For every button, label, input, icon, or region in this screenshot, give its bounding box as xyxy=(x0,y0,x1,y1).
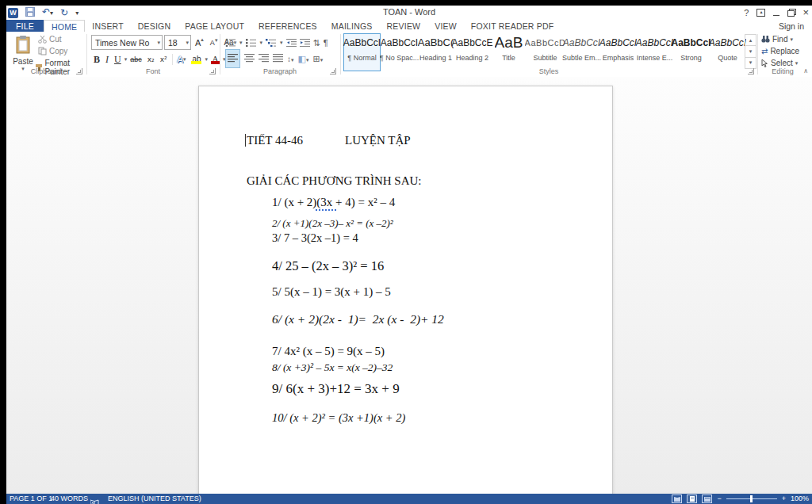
cut-button[interactable]: Cut xyxy=(38,35,62,44)
tab-foxit-reader-pdf[interactable]: FOXIT READER PDF xyxy=(464,20,561,32)
scissors-icon xyxy=(38,35,47,44)
style-heading-2[interactable]: AaBbCcEHeading 2 xyxy=(454,33,490,71)
zoom-slider-thumb[interactable] xyxy=(750,495,753,502)
bullets-icon[interactable] xyxy=(225,36,236,50)
bullets-dropdown-icon[interactable]: ▾ xyxy=(239,40,243,46)
zoom-level[interactable]: 100% xyxy=(791,494,809,504)
copy-button[interactable]: Copy xyxy=(38,47,67,55)
style-subtitle[interactable]: AaBbCcDSubtitle xyxy=(527,33,563,71)
line-spacing-icon[interactable]: ↕▾ xyxy=(287,55,294,63)
replace-button[interactable]: ⇄ Replace xyxy=(761,47,799,55)
word-window: W ↶▾ ↻ ▾ TOAN - Word ? ▴ × FILE HOME INS… xyxy=(6,6,812,504)
style-subtle-emphasis[interactable]: AaBbCcISubtle Em... xyxy=(564,33,599,71)
equation-1[interactable]: 1/ (x + 2)(3x + 4) = x² – 4 xyxy=(272,196,395,209)
paragraph-dialog-launcher[interactable] xyxy=(330,68,336,74)
sign-in-link[interactable]: Sign in xyxy=(779,21,804,31)
zoom-out-icon[interactable]: − xyxy=(717,494,721,504)
minimize-icon[interactable] xyxy=(773,9,779,16)
document-subheading[interactable]: GIẢI CÁC PHƯƠNG TRÌNH SAU: xyxy=(247,174,422,188)
collapse-ribbon-icon[interactable]: ∧ xyxy=(803,67,808,74)
style-quote[interactable]: AaBbCcIQuote xyxy=(710,33,745,71)
style-intense-emphasis[interactable]: AaBbCcIIntense E... xyxy=(637,33,672,71)
font-family-select[interactable]: Times New Ro ▾ xyxy=(91,35,163,50)
bold-button[interactable]: B xyxy=(91,52,102,67)
increase-indent-icon[interactable] xyxy=(300,36,310,50)
restore-icon[interactable] xyxy=(787,10,795,17)
equation-7[interactable]: 7/ 4x² (x – 5) = 9(x – 5) xyxy=(272,345,385,358)
equation-4[interactable]: 4/ 25 – (2x – 3)² = 16 xyxy=(272,258,384,274)
shrink-font-button[interactable]: A▾ xyxy=(208,36,220,50)
justify-button[interactable] xyxy=(273,52,283,66)
language-indicator[interactable]: ENGLISH (UNITED STATES) xyxy=(108,494,201,504)
editing-group-label: Editing xyxy=(758,67,807,75)
equation-6[interactable]: 6/ (x + 2)(2x - 1)= 2x (x - 2)+ 12 xyxy=(272,312,444,326)
grow-font-button[interactable]: A▴ xyxy=(193,36,206,50)
show-hide-paragraph-icon[interactable]: ¶ xyxy=(324,38,328,48)
find-button[interactable]: Find ▾ xyxy=(761,35,793,44)
help-icon[interactable]: ? xyxy=(744,8,749,17)
tab-insert[interactable]: INSERT xyxy=(85,20,131,32)
font-size-select[interactable]: 18 ▾ xyxy=(164,35,191,50)
zoom-slider[interactable] xyxy=(726,498,777,499)
align-center-button[interactable] xyxy=(244,52,255,66)
styles-more-icon[interactable]: ▾ xyxy=(745,57,756,68)
highlight-dropdown-icon[interactable]: ▾ xyxy=(205,56,208,63)
borders-icon[interactable]: ⊞▾ xyxy=(312,54,323,64)
style-normal[interactable]: AaBbCcI¶ Normal xyxy=(343,33,381,71)
underline-button[interactable]: U xyxy=(112,52,124,67)
underline-dropdown-icon[interactable]: ▾ xyxy=(124,56,128,63)
equation-8[interactable]: 8/ (x +3)² – 5x = x(x –2)–32 xyxy=(272,361,393,374)
styles-scroll-up-icon[interactable]: ▴ xyxy=(745,35,756,45)
italic-button[interactable]: I xyxy=(103,52,111,67)
multilevel-list-icon[interactable] xyxy=(266,36,277,50)
equation-2[interactable]: 2/ (x +1)(2x –3)– x² = (x –2)² xyxy=(272,217,393,230)
page[interactable]: TIẾT 44-46LUYỆN TẬP GIẢI CÁC PHƯƠNG TRÌN… xyxy=(198,86,613,494)
tab-view[interactable]: VIEW xyxy=(427,20,464,32)
close-icon[interactable]: × xyxy=(802,6,809,18)
align-left-button[interactable] xyxy=(225,49,240,68)
text-effects-button[interactable]: A▾ xyxy=(175,52,189,67)
zoom-in-icon[interactable]: + xyxy=(782,494,786,504)
numbering-dropdown-icon[interactable]: ▾ xyxy=(260,40,263,46)
style-emphasis[interactable]: AaBbCcIEmphasis xyxy=(600,33,636,71)
equation-5[interactable]: 5/ 5(x – 1) = 3(x + 1) – 5 xyxy=(272,285,391,299)
web-layout-icon[interactable] xyxy=(702,494,712,503)
tab-file[interactable]: FILE xyxy=(6,20,44,32)
styles-dialog-launcher[interactable] xyxy=(748,68,754,74)
equation-10[interactable]: 10/ (x + 2)² = (3x +1)(x + 2) xyxy=(272,411,405,425)
tab-design[interactable]: DESIGN xyxy=(131,20,178,32)
select-button[interactable]: Select ▾ xyxy=(761,59,798,67)
equation-3[interactable]: 3/ 7 – 3(2x –1) = 4 xyxy=(272,231,358,245)
align-right-button[interactable] xyxy=(259,52,269,66)
tab-page-layout[interactable]: PAGE LAYOUT xyxy=(178,20,251,32)
styles-scroll-down-icon[interactable]: ▾ xyxy=(745,45,756,56)
style-heading-1[interactable]: AaBbC(Heading 1 xyxy=(418,33,454,71)
read-mode-icon[interactable] xyxy=(672,494,682,503)
paste-button[interactable]: Paste ▾ xyxy=(10,35,36,72)
clipboard-dialog-launcher[interactable] xyxy=(76,68,82,74)
sort-icon[interactable]: ⇅ xyxy=(313,38,320,48)
strikethrough-button[interactable]: abc xyxy=(128,52,144,67)
numbering-icon[interactable] xyxy=(246,36,257,50)
subscript-button[interactable]: x₂ xyxy=(145,52,157,67)
tab-references[interactable]: REFERENCES xyxy=(251,20,324,32)
style-strong[interactable]: AaBbCcIStrong xyxy=(673,33,709,71)
tab-mailings[interactable]: MAILINGS xyxy=(324,20,380,32)
proofing-status-icon[interactable] xyxy=(90,495,99,504)
equation-9[interactable]: 9/ 6(x + 3)+12 = 3x + 9 xyxy=(272,381,400,397)
style-title[interactable]: AaBTitle xyxy=(491,33,527,71)
font-dialog-launcher[interactable] xyxy=(209,68,216,74)
tab-home[interactable]: HOME xyxy=(44,20,85,32)
decrease-indent-icon[interactable] xyxy=(286,36,297,50)
word-count[interactable]: 40 WORDS xyxy=(51,494,88,504)
highlight-color-button[interactable]: ab xyxy=(189,52,204,67)
document-heading[interactable]: TIẾT 44-46LUYỆN TẬP xyxy=(247,134,411,147)
ribbon-display-options-icon[interactable]: ▴ xyxy=(756,9,765,17)
superscript-button[interactable]: x² xyxy=(158,52,170,67)
print-layout-icon[interactable] xyxy=(687,494,697,503)
style-no-spacing[interactable]: AaBbCcI¶ No Spac... xyxy=(381,33,417,71)
page-indicator[interactable]: PAGE 1 OF 1 xyxy=(10,494,52,504)
tab-review[interactable]: REVIEW xyxy=(380,20,428,32)
shading-icon[interactable]: ◧▾ xyxy=(298,54,309,64)
multilevel-dropdown-icon[interactable]: ▾ xyxy=(280,40,283,46)
